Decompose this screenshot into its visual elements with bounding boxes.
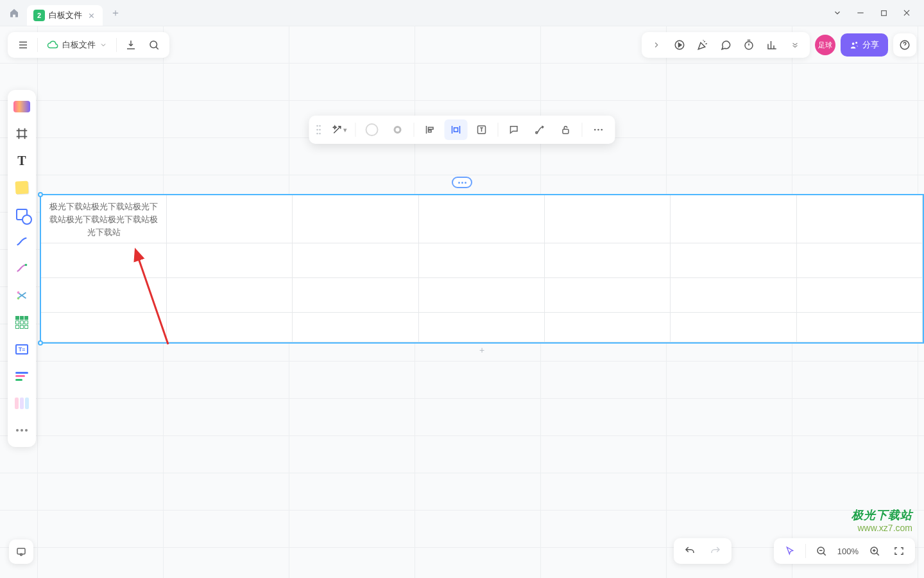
selected-table[interactable]: 极光下载站极光下载站极光下载站极光下载站极光下载站极光下载站 [40, 194, 924, 344]
party-icon [697, 39, 708, 51]
line-button[interactable] [10, 230, 33, 253]
canvas-area[interactable]: 极光下载站极光下载站极光下载站极光下载站极光下载站极光下载站 + [0, 26, 924, 578]
document-tab[interactable]: 2 白板文件 [27, 5, 103, 26]
zoom-value[interactable]: 100% [835, 547, 861, 556]
tab-title: 白板文件 [49, 10, 82, 21]
collapse-bar-button[interactable] [646, 35, 667, 55]
table-cell[interactable] [671, 195, 796, 243]
window-close[interactable] [901, 7, 912, 19]
add-row-button[interactable]: + [479, 345, 484, 355]
search-button[interactable] [142, 35, 166, 55]
ai-tools-button[interactable]: ▾ [328, 119, 351, 140]
zoom-in-icon [869, 545, 880, 557]
shape-button[interactable] [10, 203, 33, 226]
cursor-mode-button[interactable] [779, 541, 801, 561]
svg-point-2 [150, 41, 157, 48]
chat-icon [720, 39, 732, 51]
home-icon [9, 8, 19, 18]
redo-button[interactable] [705, 541, 726, 561]
table-cell[interactable]: 极光下载站极光下载站极光下载站极光下载站极光下载站极光下载站 [41, 195, 167, 243]
templates-button[interactable] [10, 95, 33, 118]
more-options-button[interactable] [587, 119, 610, 140]
top-right-iconbar [642, 32, 810, 58]
map-pin-icon [15, 546, 27, 557]
connector-button[interactable] [529, 119, 552, 140]
text-style-button[interactable] [470, 119, 493, 140]
svg-point-9 [316, 129, 318, 131]
chevron-down-icon [791, 40, 800, 49]
table-cell[interactable] [419, 195, 545, 243]
table-cell[interactable] [545, 195, 671, 243]
table-row[interactable] [41, 243, 923, 278]
highlighter-button[interactable] [10, 284, 33, 307]
comment-button[interactable] [715, 35, 737, 55]
more-top-button[interactable] [784, 35, 806, 55]
textbox-button[interactable]: T≡ [10, 338, 33, 361]
close-icon [88, 12, 95, 19]
lock-button[interactable] [554, 119, 578, 140]
share-button[interactable]: 分享 [841, 33, 888, 57]
table-button[interactable] [10, 311, 33, 334]
zoom-in-button[interactable] [864, 541, 886, 561]
scissors-icon [15, 288, 29, 302]
titlebar-chevron[interactable] [832, 7, 843, 19]
shape-icon [16, 209, 28, 220]
svg-point-20 [17, 292, 20, 294]
svg-point-10 [319, 129, 321, 131]
undo-icon [684, 545, 696, 557]
fill-swatch-icon [366, 123, 379, 136]
window-minimize[interactable] [855, 7, 866, 19]
table-row[interactable]: 极光下载站极光下载站极光下载站极光下载站极光下载站极光下载站 [41, 195, 923, 243]
align-center-button[interactable] [445, 119, 468, 140]
search-icon [148, 39, 160, 51]
timer-button[interactable] [738, 35, 760, 55]
chart-button[interactable] [761, 35, 783, 55]
tab-close-button[interactable] [86, 10, 96, 21]
list-button[interactable] [10, 365, 33, 388]
pen-button[interactable] [10, 257, 33, 280]
kanban-button[interactable] [10, 392, 33, 415]
table-cell[interactable] [167, 195, 293, 243]
new-tab-button[interactable]: ＋ [107, 4, 124, 22]
align-left-button[interactable] [419, 119, 442, 140]
main-menu-button[interactable] [12, 35, 35, 55]
drag-handle-icon [316, 124, 321, 136]
user-avatar[interactable]: 足球 [815, 35, 835, 55]
table-row[interactable] [41, 278, 923, 313]
export-button[interactable] [119, 35, 142, 55]
zoom-out-button[interactable] [810, 541, 832, 561]
celebrate-button[interactable] [692, 35, 714, 55]
border-color-button[interactable] [386, 119, 409, 140]
table-cell[interactable] [293, 195, 418, 243]
redo-icon [710, 545, 721, 557]
more-tools-button[interactable] [10, 419, 33, 442]
table-row[interactable] [41, 313, 923, 342]
text-tool-button[interactable]: T [10, 149, 33, 172]
overflow-pill[interactable] [452, 177, 472, 188]
share-label: 分享 [862, 39, 879, 51]
svg-point-19 [25, 264, 28, 267]
sticky-note-button[interactable] [10, 176, 33, 199]
toolbar-drag-handle[interactable] [314, 124, 323, 136]
selection-handle[interactable] [38, 192, 43, 197]
timer-icon [743, 39, 755, 51]
add-comment-button[interactable] [503, 119, 526, 140]
fit-screen-button[interactable] [888, 541, 910, 561]
fit-screen-icon [893, 545, 905, 557]
help-button[interactable] [893, 33, 916, 57]
table-cell[interactable] [797, 195, 923, 243]
home-button[interactable] [5, 4, 23, 22]
fill-color-button[interactable] [361, 119, 384, 140]
file-name-dropdown[interactable]: 白板文件 [40, 35, 114, 55]
window-maximize[interactable] [878, 7, 889, 19]
undo-button[interactable] [679, 541, 701, 561]
share-people-icon [850, 40, 859, 50]
comment-icon [509, 124, 520, 136]
svg-rect-0 [881, 10, 886, 15]
present-button[interactable] [669, 35, 690, 55]
locate-button[interactable] [9, 539, 33, 564]
svg-point-17 [597, 129, 599, 131]
connector-icon [535, 124, 546, 136]
selection-handle[interactable] [38, 340, 43, 346]
frame-button[interactable] [10, 122, 33, 145]
